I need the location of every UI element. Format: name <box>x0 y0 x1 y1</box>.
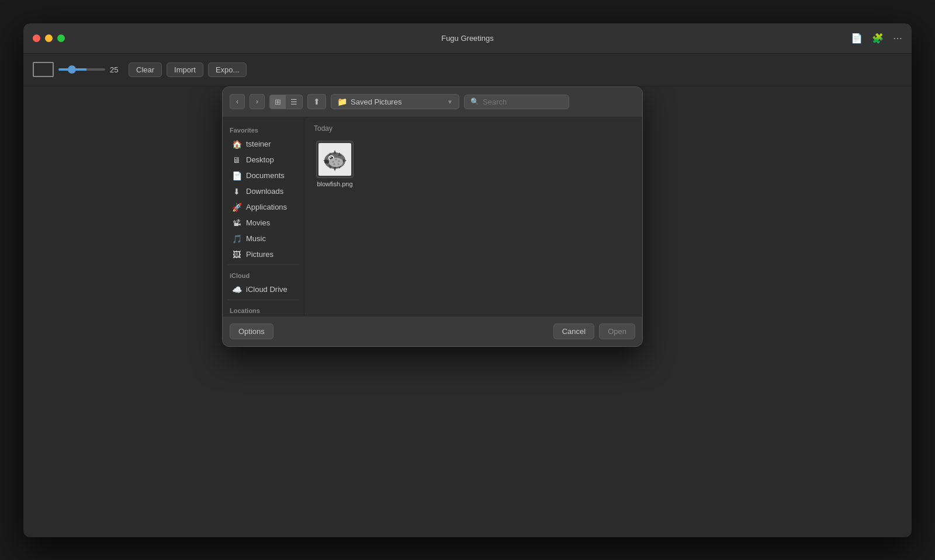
dialog-toolbar: ‹ › ⊞ ☰ ⬆ 📁 Saved Pictures ▼ <box>223 87 642 117</box>
sidebar-item-applications[interactable]: 🚀 Applications <box>225 200 302 215</box>
sidebar-item-icloud-drive[interactable]: ☁️ iCloud Drive <box>225 282 302 297</box>
size-number: 25 <box>110 65 124 74</box>
divider-2 <box>227 300 299 300</box>
home-icon: 🏠 <box>232 140 241 149</box>
svg-point-15 <box>335 158 337 160</box>
dialog-body: Favorites 🏠 tsteiner 🖥 Desktop 📄 Documen… <box>223 117 642 316</box>
sidebar-item-label: Desktop <box>246 155 274 164</box>
file-item-blowfish[interactable]: blowfish.png <box>314 138 356 190</box>
folder-button[interactable]: ⬆ <box>307 94 326 109</box>
traffic-lights <box>33 34 65 42</box>
clear-button[interactable]: Clear <box>129 62 162 77</box>
back-button[interactable]: ‹ <box>230 94 245 109</box>
svg-point-13 <box>324 160 329 164</box>
today-label: Today <box>314 124 633 133</box>
chevron-down-icon: ▼ <box>447 99 453 105</box>
svg-point-17 <box>333 161 334 162</box>
search-icon: 🔍 <box>470 98 479 106</box>
sidebar-item-label: Documents <box>246 171 285 180</box>
sidebar-item-label: Pictures <box>246 250 273 259</box>
title-bar-icons: 📄 🧩 ⋯ <box>851 33 902 44</box>
toolbar: 25 Clear Import Expo... <box>23 54 912 86</box>
search-input[interactable] <box>483 98 563 106</box>
location-selector[interactable]: 📁 Saved Pictures ▼ <box>331 94 459 109</box>
minimize-button[interactable] <box>45 34 53 42</box>
svg-point-19 <box>334 163 335 165</box>
file-dialog: ‹ › ⊞ ☰ ⬆ 📁 Saved Pictures ▼ <box>222 86 643 347</box>
downloads-icon: ⬇ <box>232 187 241 196</box>
canvas-box <box>33 62 54 77</box>
list-icon: ☰ <box>290 98 297 106</box>
dialog-footer: Options Cancel Open <box>223 316 642 346</box>
file-list-area: Today <box>304 117 642 316</box>
divider <box>227 265 299 265</box>
svg-point-18 <box>338 163 340 165</box>
sidebar-item-movies[interactable]: 📽 Movies <box>225 215 302 231</box>
dialog-action-buttons: Cancel Open <box>553 324 635 339</box>
close-button[interactable] <box>33 34 40 42</box>
folder-up-icon: ⬆ <box>313 97 320 106</box>
grid-icon: ⊞ <box>275 98 281 106</box>
sidebar-item-label: iCloud Drive <box>246 285 288 294</box>
icloud-icon: ☁️ <box>232 285 241 294</box>
sidebar-item-music[interactable]: 🎵 Music <box>225 231 302 246</box>
music-icon: 🎵 <box>232 234 241 244</box>
sidebar-item-tsteiner[interactable]: 🏠 tsteiner <box>225 137 302 152</box>
canvas-size-indicator <box>33 62 54 77</box>
view-buttons: ⊞ ☰ <box>269 95 303 109</box>
title-bar: Fugu Greetings 📄 🧩 ⋯ <box>23 23 912 54</box>
desktop-icon: 🖥 <box>232 155 241 165</box>
more-options-icon[interactable]: ⋯ <box>893 33 902 44</box>
svg-point-12 <box>330 157 331 158</box>
options-button[interactable]: Options <box>230 324 273 339</box>
sidebar-item-label: Movies <box>246 218 270 227</box>
documents-icon: 📄 <box>232 171 241 180</box>
sidebar-item-label: Downloads <box>246 187 283 196</box>
sidebar-item-pictures[interactable]: 🖼 Pictures <box>225 247 302 262</box>
cancel-button[interactable]: Cancel <box>553 324 594 339</box>
puzzle-icon[interactable]: 🧩 <box>872 33 884 44</box>
location-folder-icon: 📁 <box>337 97 347 106</box>
main-content: ‹ › ⊞ ☰ ⬆ 📁 Saved Pictures ▼ <box>23 86 912 537</box>
sidebar-item-downloads[interactable]: ⬇ Downloads <box>225 184 302 199</box>
forward-button[interactable]: › <box>250 94 265 109</box>
file-grid: blowfish.png <box>314 138 633 190</box>
import-button[interactable]: Import <box>167 62 203 77</box>
pictures-icon: 🖼 <box>232 250 241 259</box>
search-bar[interactable]: 🔍 <box>464 95 569 109</box>
applications-icon: 🚀 <box>232 203 241 212</box>
document-icon[interactable]: 📄 <box>851 33 863 44</box>
sidebar-item-label: tsteiner <box>246 140 271 148</box>
export-button[interactable]: Expo... <box>208 62 247 77</box>
svg-point-16 <box>338 160 340 162</box>
icloud-label: iCloud <box>223 267 304 281</box>
sidebar-item-label: Music <box>246 234 266 243</box>
file-thumbnail <box>316 141 354 178</box>
size-slider[interactable] <box>58 68 105 71</box>
sidebar-item-documents[interactable]: 📄 Documents <box>225 168 302 183</box>
open-button[interactable]: Open <box>599 324 635 339</box>
maximize-button[interactable] <box>57 34 65 42</box>
file-name: blowfish.png <box>317 180 352 187</box>
window-title: Fugu Greetings <box>441 34 494 43</box>
sidebar-item-desktop[interactable]: 🖥 Desktop <box>225 152 302 168</box>
location-label: Saved Pictures <box>351 98 401 106</box>
favorites-label: Favorites <box>223 122 304 136</box>
sidebar: Favorites 🏠 tsteiner 🖥 Desktop 📄 Documen… <box>223 117 304 316</box>
list-view-button[interactable]: ☰ <box>286 95 302 109</box>
grid-view-button[interactable]: ⊞ <box>270 95 286 109</box>
mac-window: Fugu Greetings 📄 🧩 ⋯ 25 Clear Import Exp… <box>23 23 912 537</box>
blowfish-image <box>318 143 351 176</box>
sidebar-item-label: Applications <box>246 203 287 211</box>
movies-icon: 📽 <box>232 218 241 228</box>
locations-label: Locations <box>223 302 304 316</box>
